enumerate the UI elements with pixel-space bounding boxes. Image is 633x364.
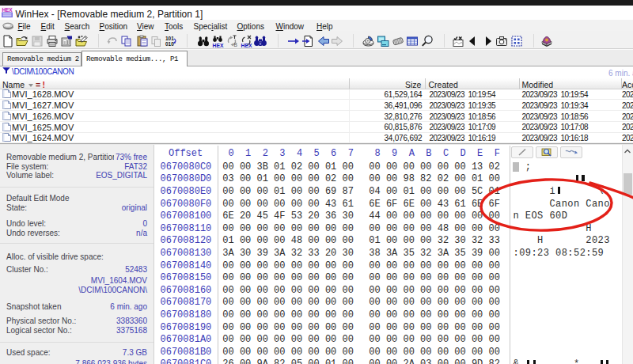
svg-text:HEX: HEX [2,7,13,13]
svg-text:010: 010 [165,41,174,47]
svg-text:101: 101 [165,36,174,41]
svg-text:HEX: HEX [212,43,223,48]
svg-text:B: B [233,42,237,47]
svg-text:HEX: HEX [241,43,252,48]
